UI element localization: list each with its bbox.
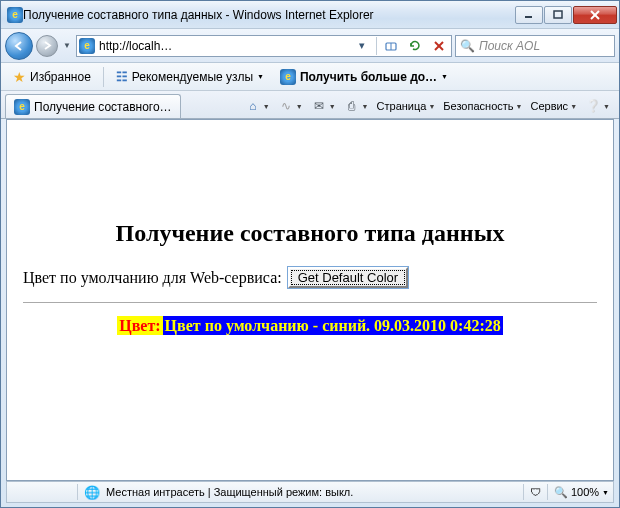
ie-icon: e — [280, 69, 296, 85]
result-label: Цвет: — [117, 316, 162, 335]
safety-menu-label: Безопасность — [443, 100, 513, 112]
maximize-button[interactable] — [544, 6, 572, 24]
divider — [23, 302, 597, 303]
zoom-control[interactable]: 🔍 100% ▼ — [554, 486, 609, 499]
page-menu-label: Страница — [377, 100, 427, 112]
minimize-button[interactable] — [515, 6, 543, 24]
zone-icon: 🌐 — [84, 485, 100, 500]
stop-button[interactable] — [429, 36, 449, 56]
refresh-icon — [408, 39, 422, 53]
history-dropdown[interactable]: ▼ — [61, 41, 73, 50]
favorites-button[interactable]: ★ Избранное — [7, 66, 97, 88]
chevron-down-icon: ▼ — [570, 103, 577, 110]
result-value: Цвет по умолчанию - синий. 09.03.2010 0:… — [163, 316, 503, 335]
address-dropdown[interactable]: ▾ — [352, 36, 372, 56]
refresh-button[interactable] — [405, 36, 425, 56]
separator — [376, 37, 377, 55]
search-box[interactable]: 🔍 Поиск AOL — [455, 35, 615, 57]
address-bar[interactable]: e http://localh… ▾ — [76, 35, 452, 57]
separator — [103, 67, 104, 87]
search-placeholder: Поиск AOL — [479, 39, 610, 53]
window-title: Получение составного типа данных - Windo… — [23, 8, 514, 22]
rss-icon: ∿ — [278, 98, 294, 114]
mail-icon: ✉ — [311, 98, 327, 114]
titlebar: e Получение составного типа данных - Win… — [1, 1, 619, 29]
chevron-down-icon: ▼ — [329, 103, 336, 110]
prompt-label: Цвет по умолчанию для Web-сервиса: — [23, 269, 282, 287]
chevron-down-icon: ▼ — [296, 103, 303, 110]
home-button[interactable]: ⌂▼ — [242, 96, 273, 116]
safety-menu[interactable]: Безопасность▼ — [440, 98, 525, 114]
separator — [547, 484, 548, 500]
forward-button[interactable] — [36, 35, 58, 57]
chevron-down-icon: ▼ — [603, 103, 610, 110]
protected-mode-icon: 🛡 — [530, 486, 541, 498]
maximize-icon — [553, 10, 563, 20]
chevron-down-icon: ▼ — [428, 103, 435, 110]
page-menu[interactable]: Страница▼ — [374, 98, 439, 114]
print-icon: ⎙ — [344, 98, 360, 114]
get-more-label: Получить больше до… — [300, 70, 437, 84]
separator — [523, 484, 524, 500]
star-icon: ★ — [13, 69, 26, 85]
close-icon — [590, 10, 600, 20]
result-line: Цвет:Цвет по умолчанию - синий. 09.03.20… — [117, 317, 503, 335]
url-text: http://localh… — [99, 39, 348, 53]
tab-favicon-icon: e — [14, 99, 30, 115]
favorites-bar: ★ Избранное ☷ Рекомендуемые узлы ▼ e Пол… — [1, 63, 619, 91]
back-button[interactable] — [5, 32, 33, 60]
back-arrow-icon — [13, 40, 25, 52]
favorites-label: Избранное — [30, 70, 91, 84]
chevron-down-icon: ▼ — [602, 489, 609, 496]
tab-row: e Получение составного… ⌂▼ ∿▼ ✉▼ ⎙▼ Стра… — [1, 91, 619, 119]
forward-arrow-icon — [43, 41, 52, 50]
tools-menu-label: Сервис — [530, 100, 568, 112]
help-icon: ❔ — [585, 98, 601, 114]
ie-logo-icon: e — [7, 7, 23, 23]
get-more-button[interactable]: e Получить больше до… ▼ — [274, 66, 454, 88]
command-bar: ⌂▼ ∿▼ ✉▼ ⎙▼ Страница▼ Безопасность▼ Серв… — [183, 94, 615, 118]
chevron-down-icon: ▼ — [257, 73, 264, 80]
mail-button[interactable]: ✉▼ — [308, 96, 339, 116]
stop-icon — [433, 40, 445, 52]
page-favicon-icon: e — [79, 38, 95, 54]
svg-rect-1 — [554, 11, 562, 18]
sites-icon: ☷ — [116, 69, 128, 84]
compat-view-button[interactable] — [381, 36, 401, 56]
close-button[interactable] — [573, 6, 617, 24]
home-icon: ⌂ — [245, 98, 261, 114]
page-body: Получение составного типа данных Цвет по… — [7, 120, 613, 355]
content-area: Получение составного типа данных Цвет по… — [6, 119, 614, 481]
get-default-color-button[interactable]: Get Default Color — [288, 267, 408, 288]
print-button[interactable]: ⎙▼ — [341, 96, 372, 116]
window-frame: e Получение составного типа данных - Win… — [0, 0, 620, 508]
status-bar: 🌐 Местная интрасеть | Защищенный режим: … — [6, 481, 614, 503]
suggested-label: Рекомендуемые узлы — [132, 70, 253, 84]
compat-icon — [384, 39, 398, 53]
chevron-down-icon: ▼ — [362, 103, 369, 110]
chevron-down-icon: ▼ — [263, 103, 270, 110]
zone-text: Местная интрасеть | Защищенный режим: вы… — [106, 486, 353, 498]
tab-title: Получение составного… — [34, 100, 172, 114]
separator — [77, 484, 78, 500]
page-heading: Получение составного типа данных — [17, 220, 603, 247]
search-icon: 🔍 — [460, 39, 475, 53]
window-buttons — [514, 6, 617, 24]
form-row: Цвет по умолчанию для Web-сервиса: Get D… — [17, 267, 603, 298]
zoom-value: 100% — [571, 486, 599, 498]
chevron-down-icon: ▼ — [516, 103, 523, 110]
tools-menu[interactable]: Сервис▼ — [527, 98, 580, 114]
feeds-button[interactable]: ∿▼ — [275, 96, 306, 116]
suggested-sites-button[interactable]: ☷ Рекомендуемые узлы ▼ — [110, 66, 270, 88]
zoom-icon: 🔍 — [554, 486, 568, 499]
navigation-bar: ▼ e http://localh… ▾ 🔍 Поиск AOL — [1, 29, 619, 63]
minimize-icon — [524, 10, 534, 20]
chevron-down-icon: ▼ — [441, 73, 448, 80]
tab-active[interactable]: e Получение составного… — [5, 94, 181, 118]
help-button[interactable]: ❔▼ — [582, 96, 613, 116]
